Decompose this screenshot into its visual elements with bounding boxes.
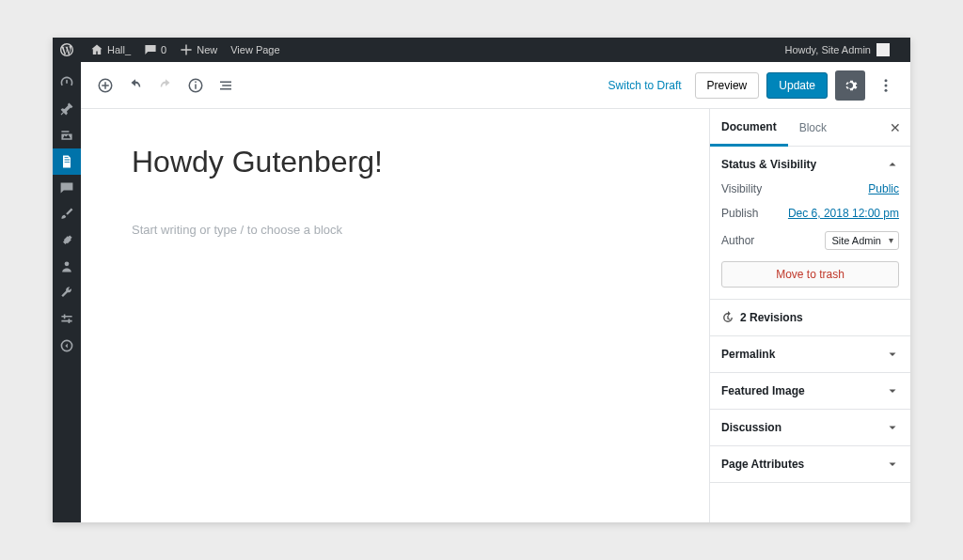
menu-pages[interactable] bbox=[53, 148, 81, 175]
comment-icon bbox=[144, 43, 157, 56]
plus-icon bbox=[180, 43, 193, 56]
menu-users[interactable] bbox=[53, 254, 81, 280]
visibility-label: Visibility bbox=[721, 182, 762, 195]
author-row: Author Site Admin bbox=[721, 231, 899, 250]
undo-button[interactable] bbox=[120, 70, 150, 101]
menu-posts[interactable] bbox=[53, 96, 81, 122]
home-icon bbox=[90, 43, 103, 56]
site-name-link[interactable]: Hall_ bbox=[90, 43, 131, 56]
editor-area: Switch to Draft Preview Update Howdy Gut… bbox=[81, 62, 910, 522]
chevron-up-icon bbox=[886, 158, 899, 171]
panel-status-visibility: Status & Visibility Visibility Public Pu… bbox=[710, 147, 910, 300]
post-title[interactable]: Howdy Gutenberg! bbox=[132, 145, 658, 179]
pages-icon bbox=[59, 154, 74, 169]
avatar-icon bbox=[876, 43, 890, 56]
preview-button[interactable]: Preview bbox=[695, 72, 760, 99]
panel-discussion: Discussion bbox=[710, 410, 910, 446]
update-button[interactable]: Update bbox=[766, 72, 828, 99]
howdy-account[interactable]: Howdy, Site Admin bbox=[784, 43, 890, 56]
chevron-down-icon bbox=[886, 458, 899, 471]
editor-canvas[interactable]: Howdy Gutenberg! Start writing or type /… bbox=[81, 109, 709, 522]
undo-icon bbox=[127, 77, 144, 94]
panel-discussion-header[interactable]: Discussion bbox=[710, 410, 910, 445]
wp-logo[interactable] bbox=[60, 43, 77, 56]
menu-media[interactable] bbox=[53, 122, 81, 148]
menu-collapse[interactable] bbox=[53, 333, 81, 359]
gear-icon bbox=[842, 77, 859, 94]
tab-document[interactable]: Document bbox=[710, 110, 788, 147]
menu-dashboard[interactable] bbox=[53, 70, 81, 96]
sidebar-tabs: Document Block ✕ bbox=[710, 109, 910, 147]
comments-link[interactable]: 0 bbox=[144, 43, 166, 56]
menu-settings[interactable] bbox=[53, 306, 81, 333]
tab-block[interactable]: Block bbox=[788, 109, 838, 146]
chevron-down-icon bbox=[886, 421, 899, 434]
revisions-link[interactable]: 2 Revisions bbox=[710, 300, 910, 336]
plug-icon bbox=[59, 233, 74, 248]
user-icon bbox=[59, 259, 74, 274]
new-label: New bbox=[197, 44, 217, 55]
chevron-down-icon bbox=[886, 348, 899, 361]
panel-page-attributes: Page Attributes bbox=[710, 446, 910, 483]
panel-featured-image: Featured Image bbox=[710, 373, 910, 410]
panel-permalink-header[interactable]: Permalink bbox=[710, 336, 910, 372]
publish-label: Publish bbox=[721, 207, 758, 220]
settings-toggle[interactable] bbox=[835, 70, 865, 101]
menu-tools[interactable] bbox=[53, 280, 81, 306]
wrench-icon bbox=[59, 286, 74, 301]
panel-featured-image-header[interactable]: Featured Image bbox=[710, 373, 910, 409]
panel-status-header[interactable]: Status & Visibility bbox=[710, 147, 910, 182]
block-placeholder[interactable]: Start writing or type / to choose a bloc… bbox=[132, 223, 658, 237]
info-button[interactable] bbox=[181, 70, 211, 101]
panel-page-attributes-header[interactable]: Page Attributes bbox=[710, 446, 910, 482]
settings-sidebar: Document Block ✕ Status & Visibility Vis… bbox=[709, 109, 910, 522]
comments-icon bbox=[59, 180, 74, 195]
publish-value-link[interactable]: Dec 6, 2018 12:00 pm bbox=[788, 207, 899, 220]
add-block-button[interactable] bbox=[90, 70, 120, 101]
new-content-link[interactable]: New bbox=[180, 43, 217, 56]
sliders-icon bbox=[59, 312, 74, 327]
move-to-trash-button[interactable]: Move to trash bbox=[721, 261, 899, 288]
author-label: Author bbox=[721, 234, 754, 247]
panel-permalink: Permalink bbox=[710, 336, 910, 373]
wordpress-icon bbox=[60, 43, 73, 56]
admin-sidebar bbox=[53, 62, 81, 522]
wp-editor-window: Hall_ 0 New View Page Howdy, Site Admin bbox=[53, 38, 910, 522]
redo-button[interactable] bbox=[150, 70, 181, 101]
svg-point-4 bbox=[885, 84, 888, 86]
redo-icon bbox=[157, 77, 174, 94]
plus-circle-icon bbox=[97, 77, 114, 94]
admin-bar: Hall_ 0 New View Page Howdy, Site Admin bbox=[53, 38, 910, 62]
site-name: Hall_ bbox=[107, 44, 131, 55]
switch-to-draft-link[interactable]: Switch to Draft bbox=[608, 79, 682, 92]
collapse-icon bbox=[59, 338, 74, 353]
view-page-link[interactable]: View Page bbox=[230, 44, 279, 55]
outline-icon bbox=[217, 77, 234, 94]
outline-button[interactable] bbox=[211, 70, 241, 101]
menu-plugins[interactable] bbox=[53, 227, 81, 254]
visibility-row: Visibility Public bbox=[721, 182, 899, 195]
history-icon bbox=[721, 311, 734, 324]
dashboard-icon bbox=[59, 75, 74, 90]
close-sidebar-button[interactable]: ✕ bbox=[890, 120, 901, 135]
menu-appearance[interactable] bbox=[53, 201, 81, 227]
chevron-down-icon bbox=[886, 384, 899, 397]
menu-comments[interactable] bbox=[53, 175, 81, 201]
editor-toolbar: Switch to Draft Preview Update bbox=[81, 62, 910, 109]
pin-icon bbox=[59, 101, 74, 117]
media-icon bbox=[59, 128, 74, 143]
comments-count: 0 bbox=[161, 44, 166, 55]
publish-row: Publish Dec 6, 2018 12:00 pm bbox=[721, 207, 899, 220]
svg-point-5 bbox=[885, 88, 888, 91]
svg-point-3 bbox=[885, 79, 888, 82]
brush-icon bbox=[59, 207, 74, 222]
more-menu-button[interactable] bbox=[871, 70, 901, 101]
author-dropdown[interactable]: Site Admin bbox=[825, 231, 899, 250]
info-icon bbox=[187, 77, 204, 94]
visibility-value-link[interactable]: Public bbox=[868, 182, 899, 195]
kebab-icon bbox=[877, 77, 894, 94]
